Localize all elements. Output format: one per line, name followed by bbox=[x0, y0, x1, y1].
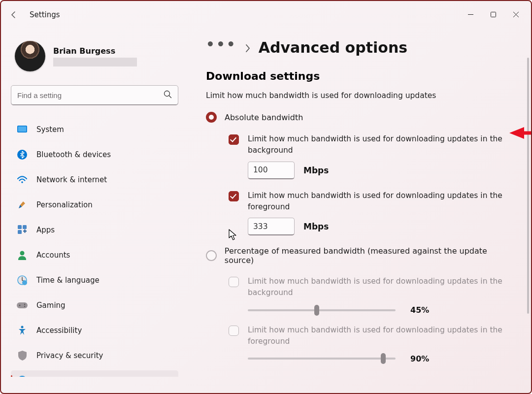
sidebar-item-label: Time & language bbox=[36, 276, 100, 285]
sidebar: Brian Burgess System Blu bbox=[1, 28, 188, 393]
svg-rect-6 bbox=[18, 225, 22, 229]
back-arrow-icon bbox=[10, 11, 18, 19]
paintbrush-icon bbox=[17, 199, 28, 210]
checkbox-limit-foreground[interactable]: Limit how much bandwidth is used for dow… bbox=[229, 190, 516, 213]
section-description: Limit how much bandwidth is used for dow… bbox=[206, 91, 516, 100]
clock-globe-icon bbox=[17, 275, 28, 286]
sidebar-item-gaming[interactable]: Gaming bbox=[11, 295, 178, 315]
sidebar-item-apps[interactable]: Apps bbox=[11, 220, 178, 240]
checkbox-label: Limit how much bandwidth is used for dow… bbox=[248, 133, 509, 157]
svg-point-16 bbox=[24, 303, 25, 304]
checkbox-limit-background[interactable]: Limit how much bandwidth is used for dow… bbox=[229, 133, 516, 157]
slider-thumb[interactable] bbox=[314, 305, 319, 316]
svg-point-17 bbox=[24, 305, 25, 306]
svg-rect-14 bbox=[17, 302, 28, 308]
background-mbps-input[interactable]: 100 bbox=[248, 162, 295, 179]
sidebar-item-label: Privacy & security bbox=[36, 351, 103, 360]
svg-rect-7 bbox=[23, 225, 27, 229]
search-box[interactable] bbox=[11, 85, 178, 105]
checkbox-icon bbox=[229, 277, 239, 287]
system-icon bbox=[17, 124, 28, 135]
radio-icon bbox=[206, 250, 217, 261]
svg-rect-0 bbox=[491, 12, 496, 17]
page-title: Advanced options bbox=[259, 39, 407, 56]
search-input[interactable] bbox=[17, 91, 164, 99]
option-percentage-bandwidth: Percentage of measured bandwidth (measur… bbox=[206, 246, 516, 364]
breadcrumb-overflow-button[interactable]: ••• bbox=[206, 36, 237, 53]
settings-window: Settings Brian Burgess bbox=[0, 0, 532, 394]
checkbox-icon bbox=[229, 326, 239, 336]
profile-text: Brian Burgess bbox=[53, 46, 137, 66]
titlebar: Settings bbox=[1, 1, 531, 28]
background-pct-slider[interactable] bbox=[248, 305, 396, 316]
avatar bbox=[15, 41, 45, 71]
sidebar-item-accounts[interactable]: Accounts bbox=[11, 245, 178, 265]
close-icon bbox=[513, 12, 519, 17]
wifi-icon bbox=[17, 174, 28, 185]
sidebar-item-label: Apps bbox=[36, 226, 55, 234]
close-button[interactable] bbox=[504, 7, 527, 23]
unit-label: Mbps bbox=[303, 222, 329, 231]
svg-point-18 bbox=[21, 326, 24, 328]
unit-label: Mbps bbox=[303, 165, 329, 175]
minimize-button[interactable] bbox=[459, 7, 482, 23]
background-value-row: 100 Mbps bbox=[248, 162, 516, 179]
svg-point-11 bbox=[20, 251, 25, 255]
option-absolute-bandwidth: Absolute bandwidth Limit how much bandwi… bbox=[206, 112, 516, 235]
section-heading: Download settings bbox=[206, 70, 516, 82]
foreground-slider-row: 90% bbox=[248, 353, 516, 364]
sidebar-item-accessibility[interactable]: Accessibility bbox=[11, 320, 178, 340]
profile-email-redacted bbox=[53, 58, 137, 66]
sidebar-item-time[interactable]: Time & language bbox=[11, 270, 178, 290]
svg-rect-3 bbox=[18, 126, 27, 131]
svg-point-15 bbox=[19, 304, 21, 306]
sidebar-item-system[interactable]: System bbox=[11, 119, 178, 139]
sidebar-item-label: Bluetooth & devices bbox=[36, 150, 111, 159]
foreground-mbps-input[interactable]: 333 bbox=[248, 218, 295, 235]
sidebar-item-windows-update[interactable]: Windows Update bbox=[11, 370, 178, 377]
chevron-right-icon bbox=[245, 39, 251, 56]
checkbox-label: Limit how much bandwidth is used for dow… bbox=[248, 190, 509, 213]
checkbox-label: Limit how much bandwidth is used for dow… bbox=[248, 325, 509, 348]
app-title: Settings bbox=[30, 10, 60, 19]
slider-thumb[interactable] bbox=[381, 353, 386, 364]
svg-rect-10 bbox=[24, 230, 26, 233]
sidebar-item-label: Accounts bbox=[36, 251, 70, 260]
foreground-pct-slider[interactable] bbox=[248, 353, 396, 364]
accessibility-icon bbox=[17, 325, 28, 336]
checkbox-pct-foreground[interactable]: Limit how much bandwidth is used for dow… bbox=[229, 325, 516, 348]
radio-label: Percentage of measured bandwidth (measur… bbox=[225, 246, 516, 265]
sidebar-item-label: System bbox=[36, 125, 64, 134]
profile-block[interactable]: Brian Burgess bbox=[15, 41, 178, 71]
gaming-icon bbox=[17, 300, 28, 311]
svg-point-13 bbox=[22, 280, 27, 285]
sidebar-item-personalization[interactable]: Personalization bbox=[11, 195, 178, 215]
content-scrollbar[interactable] bbox=[527, 58, 529, 314]
background-slider-row: 45% bbox=[248, 305, 516, 316]
radio-percentage-bandwidth[interactable]: Percentage of measured bandwidth (measur… bbox=[206, 246, 516, 265]
background-pct-value: 45% bbox=[410, 305, 429, 315]
foreground-pct-value: 90% bbox=[410, 354, 429, 363]
minimize-icon bbox=[468, 12, 473, 17]
maximize-icon bbox=[491, 12, 496, 17]
back-button[interactable] bbox=[5, 6, 23, 24]
checkbox-pct-background[interactable]: Limit how much bandwidth is used for dow… bbox=[229, 276, 516, 299]
sidebar-item-label: Gaming bbox=[36, 301, 66, 310]
radio-absolute-bandwidth[interactable]: Absolute bandwidth bbox=[206, 112, 516, 123]
profile-name: Brian Burgess bbox=[53, 46, 137, 56]
sidebar-item-bluetooth[interactable]: Bluetooth & devices bbox=[11, 144, 178, 164]
sidebar-item-label: Network & internet bbox=[36, 175, 107, 184]
radio-icon bbox=[206, 112, 217, 123]
sidebar-item-network[interactable]: Network & internet bbox=[11, 169, 178, 190]
slider-track bbox=[248, 309, 396, 311]
sidebar-nav: System Bluetooth & devices Network & int… bbox=[11, 119, 178, 377]
breadcrumb: ••• Advanced options bbox=[206, 39, 516, 56]
sidebar-item-label: Accessibility bbox=[36, 326, 82, 335]
sidebar-item-privacy[interactable]: Privacy & security bbox=[11, 345, 178, 365]
checkbox-icon bbox=[229, 191, 239, 201]
window-controls bbox=[459, 7, 527, 23]
checkbox-icon bbox=[229, 134, 239, 145]
foreground-value-row: 333 Mbps bbox=[248, 218, 516, 235]
apps-icon bbox=[17, 225, 28, 235]
maximize-button[interactable] bbox=[482, 7, 504, 23]
